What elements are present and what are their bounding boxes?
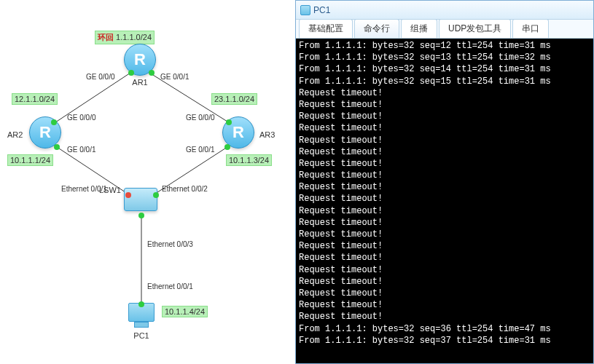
console-line: From 1.1.1.1: bytes=32 seq=12 ttl=254 ti… — [299, 40, 590, 52]
tab-1[interactable]: 命令行 — [354, 19, 399, 38]
port-label-ar3-top: GE 0/0/0 — [186, 114, 214, 122]
port-led — [149, 70, 155, 76]
port-label-lsw1-left: Ethernet 0/0/1 — [61, 185, 107, 193]
net-label-ar2-ip: 10.1.1.1/24 — [7, 154, 53, 166]
console-line: Request timeout! — [299, 311, 590, 323]
console-line: Request timeout! — [299, 288, 590, 299]
pc-pc1[interactable]: PC1 — [127, 303, 156, 340]
console-line: Request timeout! — [299, 111, 590, 122]
console-line: From 1.1.1.1: bytes=32 seq=13 ttl=254 ti… — [299, 52, 590, 63]
console-line: Request timeout! — [299, 135, 590, 146]
console-line: Request timeout! — [299, 146, 590, 158]
port-label-ar3-bot: GE 0/0/1 — [186, 146, 214, 154]
device-label: PC1 — [127, 331, 156, 340]
console-line: Request timeout! — [299, 99, 590, 111]
console-line: Request timeout! — [299, 229, 590, 240]
tab-2[interactable]: 组播 — [401, 19, 437, 38]
net-label-23: 23.1.1.0/24 — [211, 93, 257, 105]
net-label-pc1-ip: 10.1.1.4/24 — [162, 306, 208, 317]
tab-4[interactable]: 串口 — [512, 19, 549, 38]
console-line: Request timeout! — [299, 158, 590, 170]
port-led — [128, 70, 134, 76]
loopback-label: 环回 1.1.1.0/24 — [95, 31, 155, 44]
network-topology-canvas: 环回 1.1.1.0/24 R AR1 GE 0/0/0 GE 0/0/1 12… — [0, 0, 295, 364]
tab-3[interactable]: UDP发包工具 — [439, 19, 511, 38]
port-led — [153, 192, 159, 198]
loopback-net: 1.1.1.0/24 — [116, 33, 152, 41]
port-led — [51, 119, 57, 125]
port-label-ar1-left: GE 0/0/0 — [86, 73, 114, 81]
device-label: AR3 — [259, 130, 275, 139]
port-label-ar2-bot: GE 0/0/1 — [67, 146, 95, 154]
port-led-down — [125, 192, 131, 198]
window-title: PC1 — [313, 5, 330, 15]
port-label-pc1-top: Ethernet 0/0/1 — [147, 282, 193, 290]
console-line: Request timeout! — [299, 170, 590, 181]
console-line: From 1.1.1.1: bytes=32 seq=14 ttl=254 ti… — [299, 63, 590, 75]
console-line: Request timeout! — [299, 181, 590, 193]
terminal-window: PC1 基础配置命令行组播UDP发包工具串口 From 1.1.1.1: byt… — [295, 0, 594, 364]
tab-bar: 基础配置命令行组播UDP发包工具串口 — [296, 20, 593, 39]
device-label: AR2 — [7, 130, 23, 139]
loopback-text: 环回 — [98, 33, 114, 41]
console-line: From 1.1.1.1: bytes=32 seq=15 ttl=254 ti… — [299, 76, 590, 87]
console-line: Request timeout! — [299, 276, 590, 288]
window-title-bar[interactable]: PC1 — [296, 1, 593, 20]
port-led — [224, 144, 230, 150]
console-line: Request timeout! — [299, 264, 590, 276]
console-line: From 1.1.1.1: bytes=32 seq=37 ttl=254 ti… — [299, 335, 590, 347]
port-label-lsw1-right: Ethernet 0/0/2 — [162, 185, 208, 193]
console-line: From 1.1.1.1: bytes=32 seq=36 ttl=254 ti… — [299, 323, 590, 335]
port-led — [138, 301, 144, 307]
console-line: Request timeout! — [299, 252, 590, 264]
router-ar1[interactable]: R AR1 — [124, 44, 156, 87]
switch-lsw1[interactable]: LSW1 — [124, 188, 157, 211]
switch-icon — [124, 188, 157, 211]
port-label-ar2-top: GE 0/0/0 — [67, 114, 95, 122]
net-label-12: 12.1.1.0/24 — [12, 93, 58, 105]
port-label-lsw1-bot: Ethernet 0/0/3 — [147, 240, 193, 248]
device-label: AR1 — [124, 78, 156, 87]
console-line: Request timeout! — [299, 87, 590, 99]
console-line: Request timeout! — [299, 299, 590, 311]
console-line: Request timeout! — [299, 193, 590, 205]
console-line: Request timeout! — [299, 205, 590, 217]
console-output[interactable]: From 1.1.1.1: bytes=32 seq=12 ttl=254 ti… — [296, 39, 593, 363]
net-label-ar3-ip: 10.1.1.3/24 — [226, 154, 272, 166]
console-line: Request timeout! — [299, 240, 590, 252]
port-led — [226, 119, 232, 125]
port-label-ar1-right: GE 0/0/1 — [160, 73, 189, 81]
port-led — [54, 144, 60, 150]
port-led — [138, 213, 144, 218]
tab-0[interactable]: 基础配置 — [299, 19, 353, 38]
console-line: Request timeout! — [299, 122, 590, 134]
console-line: Request timeout! — [299, 217, 590, 229]
window-icon — [300, 5, 310, 15]
